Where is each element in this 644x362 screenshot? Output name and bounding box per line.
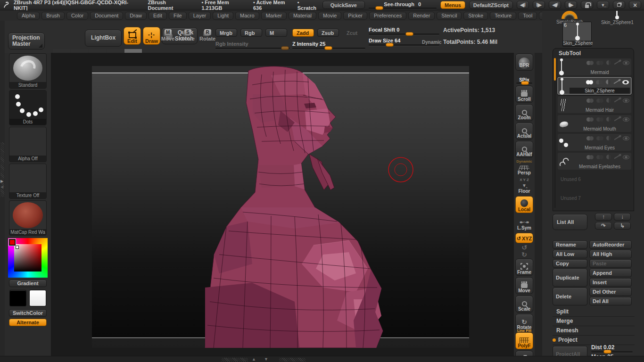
xyz-rotation-button[interactable]: ↺ XYZ <box>515 233 533 243</box>
default-zscript-button[interactable]: DefaultZScript <box>469 1 513 9</box>
current-brush-thumbnail[interactable]: Standard <box>9 53 47 89</box>
del-all-button[interactable]: Del All <box>589 297 632 305</box>
dynamic-toggle[interactable]: Dynamic <box>422 40 442 45</box>
z-intensity-handle[interactable] <box>324 46 332 50</box>
rotate-z-constraint-icon[interactable]: ↻ <box>521 252 527 257</box>
visibility-eye-icon[interactable] <box>623 117 629 122</box>
zcut-button[interactable]: Zcut <box>342 29 364 37</box>
main-color-swatch[interactable] <box>9 290 26 306</box>
draw-size-handle[interactable] <box>386 43 394 47</box>
canvas-area[interactable] <box>51 53 514 356</box>
rgb-button[interactable]: Rgb <box>240 29 262 37</box>
current-texture-thumbnail[interactable]: Texture Off <box>9 164 47 199</box>
menu-document[interactable]: Document <box>90 12 123 20</box>
recent-tool-thumbnail[interactable]: Skin_ZSphere1 <box>601 11 634 25</box>
close-icon[interactable]: × <box>629 1 641 9</box>
current-stroke-thumbnail[interactable]: Dots <box>9 90 47 125</box>
colorize-icon[interactable] <box>596 155 603 159</box>
frame-button[interactable]: Frame <box>515 259 533 276</box>
m-button[interactable]: M <box>265 29 287 37</box>
menu-draw[interactable]: Draw <box>125 12 147 20</box>
delete-button[interactable]: Delete <box>553 288 587 305</box>
polypaint-icon[interactable] <box>586 117 594 122</box>
menu-stencil[interactable]: Stencil <box>437 12 462 20</box>
polypaint-icon[interactable] <box>586 136 594 140</box>
menu-marker[interactable]: Marker <box>261 12 287 20</box>
menu-tool[interactable]: Tool <box>518 12 537 20</box>
menus-button[interactable]: Menus <box>440 1 465 9</box>
mrgb-button[interactable]: Mrgb <box>215 29 237 37</box>
current-material-thumbnail[interactable]: MatCap Red Wa <box>9 200 47 236</box>
projection-master-button[interactable]: Projection Master <box>8 33 45 49</box>
insert-button[interactable]: Insert <box>589 278 632 287</box>
zbrush-document[interactable] <box>92 66 469 348</box>
tray-slide-right-icon[interactable]: ǀ▶ <box>533 1 545 9</box>
bottom-tray-divider[interactable]: ▲ ▼ <box>0 356 644 362</box>
persp-button[interactable]: Dynamic Persp <box>515 159 533 176</box>
menu-movie[interactable]: Movie <box>318 12 341 20</box>
remesh-section[interactable]: Remesh <box>553 326 635 336</box>
see-through-handle[interactable] <box>375 6 383 10</box>
paintbrush-icon[interactable] <box>613 80 619 84</box>
draw-button[interactable]: -¦- Draw <box>143 27 160 45</box>
dist-slider[interactable]: Dist 0.02 <box>591 344 633 353</box>
subtool-scrollbar[interactable] <box>554 58 556 208</box>
append-button[interactable]: Append <box>589 269 632 277</box>
select-up-button[interactable]: ↑ <box>595 213 612 221</box>
minimize-icon[interactable]: ▼̲ <box>597 1 609 9</box>
subtool-row-unused-7[interactable]: Unused 7 <box>557 190 632 208</box>
subtool-row-mermaid-mouth[interactable]: Mermaid Mouth <box>557 115 632 132</box>
rotate-y-constraint-icon[interactable]: ↺ <box>521 245 527 250</box>
z-intensity-slider[interactable]: Z Intensity 25 <box>292 41 365 49</box>
focal-shift-slider[interactable]: Focal Shift 0 <box>369 27 439 35</box>
colorize-icon[interactable] <box>596 61 603 65</box>
menu-edit[interactable]: Edit <box>149 12 167 20</box>
colorize-icon[interactable] <box>596 99 603 103</box>
move-mode-button[interactable]: M Move <box>161 29 174 41</box>
quicksave-button[interactable]: QuickSave <box>322 1 364 9</box>
menu-layer[interactable]: Layer <box>189 12 211 20</box>
tray-collapse-icon[interactable]: ◀ <box>0 185 3 189</box>
subtool-header[interactable]: SubTool <box>553 49 634 58</box>
visibility-eye-icon[interactable] <box>623 155 629 159</box>
panel-collapse-left-icon[interactable]: ◀ <box>549 1 561 9</box>
see-through-slider[interactable]: See-through 0 <box>369 1 437 9</box>
bpr-render-button[interactable]: BPR <box>515 54 533 71</box>
lock-icon[interactable] <box>581 1 593 9</box>
left-tray-divider[interactable]: ▶ ◀ <box>0 21 5 356</box>
select-down-button[interactable]: ↓ <box>614 213 631 221</box>
all-high-button[interactable]: All High <box>589 250 632 258</box>
move-subtool-down-button[interactable]: ↳ <box>614 222 631 230</box>
subtool-row-mermaid-hair[interactable]: Mermaid Hair <box>557 96 632 114</box>
autoreorder-button[interactable]: AutoReorder <box>589 240 632 249</box>
menu-alpha[interactable]: Alpha <box>17 12 40 20</box>
color-picker[interactable] <box>8 238 48 278</box>
split-section[interactable]: Split <box>553 307 635 317</box>
difference-icon[interactable] <box>606 98 611 103</box>
floor-button[interactable]: X Y Z ▼̭ Floor <box>515 178 533 195</box>
spix-handle[interactable] <box>521 81 529 85</box>
visibility-eye-icon[interactable] <box>623 136 629 140</box>
difference-icon[interactable] <box>606 60 611 65</box>
visibility-eye-icon[interactable] <box>622 80 629 84</box>
spix-slider[interactable]: SPix <box>515 72 533 84</box>
menu-macro[interactable]: Macro <box>235 12 259 20</box>
edit-button[interactable]: Edit <box>124 27 141 45</box>
colorize-icon[interactable] <box>596 80 603 84</box>
tray-close-down-icon[interactable]: ▼ <box>264 357 268 362</box>
lsym-button[interactable]: ↞·↠ L.Sym <box>515 214 533 231</box>
polypaint-icon[interactable] <box>586 80 593 84</box>
polyframe-button[interactable]: Line Fill PolyF <box>515 332 533 349</box>
menu-stroke[interactable]: Stroke <box>463 12 488 20</box>
tray-expand-icon[interactable]: ▶ <box>0 179 3 183</box>
rotate-mode-button[interactable]: R Rotate <box>199 29 215 41</box>
tray-open-up-icon[interactable]: ▲ <box>252 357 256 362</box>
duplicate-button[interactable]: Duplicate <box>553 269 587 287</box>
menu-preferences[interactable]: Preferences <box>369 12 406 20</box>
visibility-eye-icon[interactable] <box>623 61 629 65</box>
scale-3d-button[interactable]: Scale <box>515 296 533 313</box>
subtool-row-unused-6[interactable]: Unused 6 <box>557 171 632 189</box>
move-3d-button[interactable]: Move <box>515 277 533 294</box>
menu-light[interactable]: Light <box>213 12 233 20</box>
menu-material[interactable]: Material <box>289 12 316 20</box>
